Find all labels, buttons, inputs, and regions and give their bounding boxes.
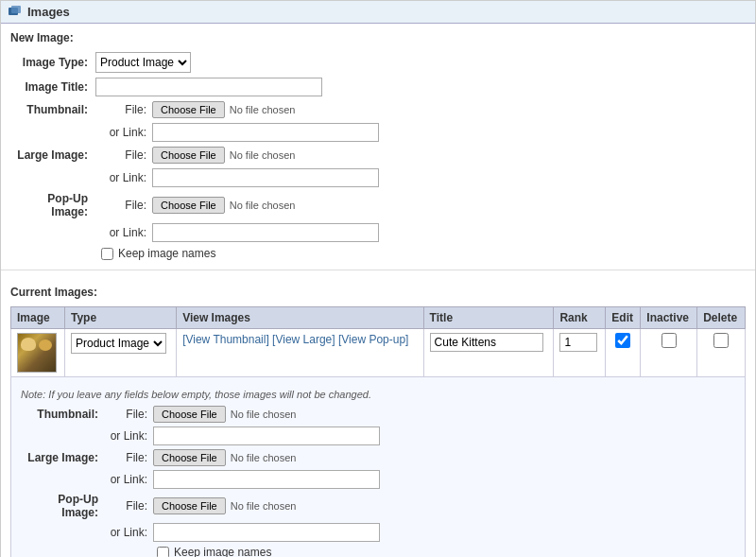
thumbnail-no-file-text: No file chosen: [230, 104, 296, 115]
col-image: Image: [11, 307, 65, 329]
thumbnail-choose-file-button[interactable]: Choose File: [152, 101, 225, 118]
image-type-label: Image Type:: [10, 56, 95, 69]
view-large-link[interactable]: [View Large]: [272, 333, 335, 346]
cur-thumbnail-file-row: Thumbnail: File: Choose File No file cho…: [21, 406, 735, 423]
popup-no-file-text: No file chosen: [230, 200, 296, 211]
row-title-input[interactable]: [430, 333, 543, 352]
edit-note-text: Note: If you leave any fields below empt…: [21, 385, 735, 406]
thumbnail-file-group: Choose File No file chosen: [152, 101, 295, 118]
col-rank: Rank: [554, 307, 606, 329]
product-image-thumbnail: [17, 333, 57, 373]
row-edit-cell: [606, 329, 641, 377]
view-popup-link[interactable]: [View Pop-up]: [338, 333, 409, 346]
large-file-group: Choose File No file chosen: [152, 147, 295, 164]
keep-image-names-row: Keep image names: [10, 247, 746, 260]
row-title-cell: [423, 329, 554, 377]
cur-large-link-row: or Link:: [21, 470, 735, 489]
large-choose-file-button[interactable]: Choose File: [152, 147, 225, 164]
page-wrapper: Images New Image: Image Type: Product Im…: [0, 0, 756, 557]
cur-thumbnail-label: Thumbnail:: [21, 408, 106, 421]
row-image-cell: [11, 329, 65, 377]
cur-popup-choose-btn[interactable]: Choose File: [153, 497, 226, 514]
cur-large-no-file: No file chosen: [231, 452, 297, 463]
cur-large-label: Large Image:: [21, 451, 106, 464]
current-images-section: Current Images: Image Type View Images T…: [1, 270, 755, 557]
header-title: Images: [27, 5, 70, 19]
thumbnail-file-label: File:: [95, 103, 152, 116]
popup-choose-file-button[interactable]: Choose File: [152, 197, 225, 214]
cur-keep-checkbox-group: Keep image names: [106, 546, 271, 557]
thumbnail-link-row: or Link:: [10, 123, 746, 142]
col-type: Type: [65, 307, 177, 329]
row-inactive-cell: [641, 329, 697, 377]
popup-link-input[interactable]: [152, 223, 379, 242]
large-link-input[interactable]: [152, 168, 379, 187]
image-title-input[interactable]: [95, 78, 322, 96]
col-inactive: Inactive: [641, 307, 697, 329]
new-image-form: Image Type: Product Image Banner Image C…: [1, 48, 755, 270]
cur-keep-image-names-row: Keep image names: [21, 546, 735, 557]
current-images-title: Current Images:: [10, 278, 746, 303]
row-edit-checkbox[interactable]: [615, 333, 630, 348]
edit-form-cell: Note: If you leave any fields below empt…: [11, 377, 746, 558]
cur-thumbnail-file-label: File:: [106, 408, 153, 421]
large-image-label: Large Image:: [10, 148, 95, 162]
image-type-select[interactable]: Product Image Banner Image Custom Image: [95, 52, 191, 73]
new-image-section-title: New Image:: [1, 24, 755, 48]
row-inactive-checkbox[interactable]: [662, 333, 677, 348]
cur-keep-image-names-label: Keep image names: [174, 546, 271, 557]
cur-popup-file-group: Choose File No file chosen: [153, 497, 296, 514]
row-type-cell: Product Image Banner Image: [65, 329, 177, 377]
popup-file-label: File:: [95, 199, 152, 212]
cur-large-link-input[interactable]: [153, 470, 380, 489]
row-type-select[interactable]: Product Image Banner Image: [71, 333, 166, 354]
cur-thumbnail-choose-btn[interactable]: Choose File: [153, 406, 226, 423]
popup-image-file-row: Pop-Up Image: File: Choose File No file …: [10, 192, 746, 218]
row-delete-checkbox[interactable]: [713, 333, 729, 348]
cur-popup-label: Pop-Up Image:: [21, 493, 106, 519]
row-delete-cell: [697, 329, 746, 377]
col-edit: Edit: [606, 307, 641, 329]
current-images-table: Image Type View Images Title Rank Edit I…: [10, 306, 746, 557]
popup-image-link-row: or Link:: [10, 223, 746, 242]
thumbnail-link-input[interactable]: [152, 123, 379, 142]
cur-popup-file-row: Pop-Up Image: File: Choose File No file …: [21, 493, 735, 519]
thumbnail-or-link-label: or Link:: [95, 126, 152, 139]
keep-image-names-label: Keep image names: [118, 247, 215, 260]
col-view-images: View Images: [177, 307, 423, 329]
row-view-images-cell: [View Thumbnail] [View Large] [View Pop-…: [177, 329, 423, 377]
cur-thumbnail-link-input[interactable]: [153, 426, 380, 445]
large-file-label: File:: [95, 148, 152, 162]
images-icon: [9, 6, 22, 19]
cur-thumbnail-link-row: or Link:: [21, 426, 735, 445]
cur-large-choose-btn[interactable]: Choose File: [153, 449, 226, 466]
table-edit-row: Note: If you leave any fields below empt…: [11, 377, 746, 558]
large-no-file-text: No file chosen: [230, 149, 296, 161]
table-row: Product Image Banner Image [View Thumbna…: [11, 329, 746, 377]
large-image-link-row: or Link:: [10, 168, 746, 187]
cur-large-file-group: Choose File No file chosen: [153, 449, 296, 466]
cur-popup-no-file: No file chosen: [231, 500, 297, 512]
cur-thumbnail-file-group: Choose File No file chosen: [153, 406, 296, 423]
col-delete: Delete: [697, 307, 746, 329]
cur-popup-or-link-label: or Link:: [106, 526, 153, 539]
popup-or-link-label: or Link:: [95, 226, 152, 239]
cur-popup-link-input[interactable]: [153, 523, 380, 542]
thumbnail-file-row: Thumbnail: File: Choose File No file cho…: [10, 101, 746, 118]
cur-thumbnail-no-file: No file chosen: [231, 409, 297, 420]
cur-thumbnail-or-link-label: or Link:: [106, 429, 153, 443]
cur-popup-link-row: or Link:: [21, 523, 735, 542]
image-title-row: Image Title:: [10, 78, 746, 96]
large-or-link-label: or Link:: [95, 171, 152, 184]
keep-image-names-checkbox[interactable]: [101, 248, 113, 260]
image-title-label: Image Title:: [10, 80, 95, 94]
image-type-row: Image Type: Product Image Banner Image C…: [10, 52, 746, 73]
thumbnail-label: Thumbnail:: [10, 103, 95, 116]
header-bar: Images: [1, 1, 755, 24]
cur-keep-image-names-checkbox[interactable]: [157, 547, 169, 558]
row-rank-input[interactable]: [559, 333, 597, 352]
view-thumbnail-link[interactable]: [View Thumbnail]: [182, 333, 269, 346]
large-image-file-row: Large Image: File: Choose File No file c…: [10, 147, 746, 164]
cur-large-or-link-label: or Link:: [106, 473, 153, 486]
cur-popup-file-label: File:: [106, 499, 153, 513]
